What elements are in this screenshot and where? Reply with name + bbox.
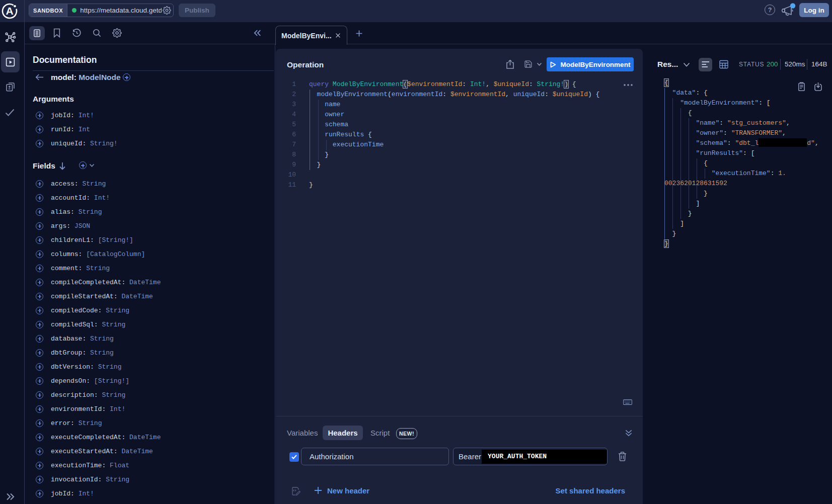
svg-text:A: A <box>6 5 13 17</box>
